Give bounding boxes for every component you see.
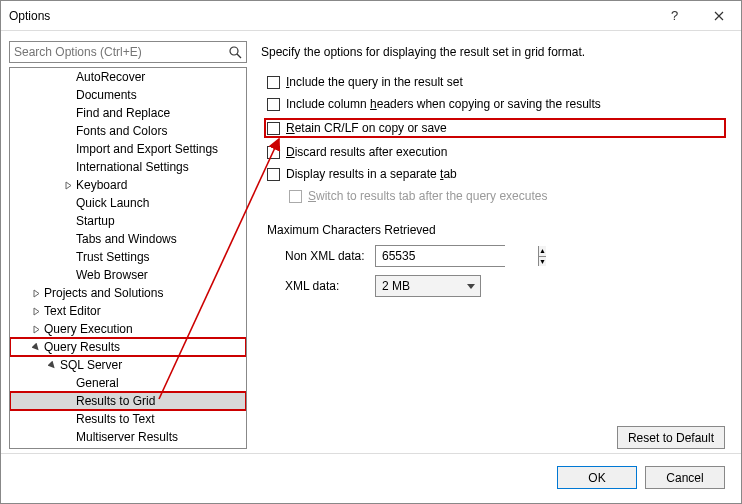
options-tree[interactable]: AutoRecoverDocumentsFind and ReplaceFont… xyxy=(10,68,246,448)
tree-twisty-none xyxy=(62,413,74,425)
tree-item[interactable]: Documents xyxy=(10,86,246,104)
tree-twisty-none xyxy=(62,197,74,209)
spin-up-icon[interactable]: ▲ xyxy=(539,246,546,257)
tree-collapse-icon[interactable] xyxy=(30,341,42,353)
nonxml-label: Non XML data: xyxy=(285,249,375,263)
xml-label: XML data: xyxy=(285,279,375,293)
checkbox[interactable] xyxy=(267,146,280,159)
help-button[interactable]: ? xyxy=(651,1,696,31)
nonxml-spin[interactable]: ▲ ▼ xyxy=(375,245,505,267)
tree-item-label: Tabs and Windows xyxy=(76,232,177,246)
reset-to-default-button[interactable]: Reset to Default xyxy=(617,426,725,449)
checkbox-label: Include the query in the result set xyxy=(286,75,463,89)
tree-twisty-none xyxy=(62,107,74,119)
tree-item-label: Web Browser xyxy=(76,268,148,282)
chevron-down-icon xyxy=(462,284,480,289)
tree-item-label: AutoRecover xyxy=(76,70,145,84)
options-tree-container: AutoRecoverDocumentsFind and ReplaceFont… xyxy=(9,67,247,449)
tree-item-label: Find and Replace xyxy=(76,106,170,120)
tree-item[interactable]: Text Editor xyxy=(10,302,246,320)
panel-description: Specify the options for displaying the r… xyxy=(261,45,725,59)
checkbox-label: Include column headers when copying or s… xyxy=(286,97,601,111)
tree-item-label: Results to Grid xyxy=(76,394,155,408)
nonxml-input[interactable] xyxy=(376,246,538,266)
tree-item[interactable]: AutoRecover xyxy=(10,68,246,86)
check-separate-tab[interactable]: Display results in a separate tab xyxy=(267,167,725,181)
tree-item[interactable]: International Settings xyxy=(10,158,246,176)
max-chars-group-label: Maximum Characters Retrieved xyxy=(267,223,725,237)
xml-row: XML data: 2 MB xyxy=(285,275,725,297)
tree-item-label: Query Execution xyxy=(44,322,133,336)
tree-item[interactable]: Query Execution xyxy=(10,320,246,338)
tree-item[interactable]: Keyboard xyxy=(10,176,246,194)
xml-combo-value: 2 MB xyxy=(376,279,462,293)
tree-twisty-none xyxy=(62,269,74,281)
check-switch-tab: Switch to results tab after the query ex… xyxy=(289,189,725,203)
tree-item-label: Quick Launch xyxy=(76,196,149,210)
checkbox[interactable] xyxy=(267,168,280,181)
tree-item-label: Multiserver Results xyxy=(76,430,178,444)
checkbox xyxy=(289,190,302,203)
tree-item[interactable]: Quick Launch xyxy=(10,194,246,212)
tree-item[interactable]: Results to Grid xyxy=(10,392,246,410)
checkbox-label: Switch to results tab after the query ex… xyxy=(308,189,547,203)
tree-item[interactable]: General xyxy=(10,374,246,392)
checkbox-label: Display results in a separate tab xyxy=(286,167,457,181)
check-retain-crlf[interactable]: Retain CR/LF on copy or save xyxy=(265,119,725,137)
ok-button[interactable]: OK xyxy=(557,466,637,489)
tree-twisty-none xyxy=(62,251,74,263)
svg-point-1 xyxy=(230,47,238,55)
tree-item[interactable]: Startup xyxy=(10,212,246,230)
title-bar: Options ? xyxy=(1,1,741,31)
cancel-button[interactable]: Cancel xyxy=(645,466,725,489)
tree-twisty-none xyxy=(62,125,74,137)
tree-item[interactable]: Web Browser xyxy=(10,266,246,284)
tree-item[interactable]: Query Results xyxy=(10,338,246,356)
tree-item[interactable]: Results to Text xyxy=(10,410,246,428)
tree-item-label: Results to Text xyxy=(76,412,154,426)
tree-item[interactable]: Multiserver Results xyxy=(10,428,246,446)
tree-item[interactable]: Find and Replace xyxy=(10,104,246,122)
tree-twisty-none xyxy=(62,395,74,407)
dialog-button-row: OK Cancel xyxy=(1,453,741,503)
tree-twisty-none xyxy=(62,377,74,389)
window-title: Options xyxy=(9,9,651,23)
spin-down-icon[interactable]: ▼ xyxy=(539,257,546,267)
checkbox[interactable] xyxy=(267,122,280,135)
tree-item[interactable]: Tabs and Windows xyxy=(10,230,246,248)
tree-item-label: Query Results xyxy=(44,340,120,354)
tree-item[interactable]: SQL Server xyxy=(10,356,246,374)
tree-item[interactable]: Fonts and Colors xyxy=(10,122,246,140)
checkbox[interactable] xyxy=(267,76,280,89)
check-include-headers[interactable]: Include column headers when copying or s… xyxy=(267,97,725,111)
tree-expand-icon[interactable] xyxy=(62,179,74,191)
tree-item[interactable]: Import and Export Settings xyxy=(10,140,246,158)
tree-item-label: SQL Server xyxy=(60,358,122,372)
tree-expand-icon[interactable] xyxy=(30,305,42,317)
tree-twisty-none xyxy=(62,233,74,245)
tree-expand-icon[interactable] xyxy=(30,323,42,335)
search-icon[interactable] xyxy=(224,46,246,59)
tree-expand-icon[interactable] xyxy=(30,287,42,299)
search-box[interactable] xyxy=(9,41,247,63)
tree-item-label: Trust Settings xyxy=(76,250,150,264)
tree-item-label: Import and Export Settings xyxy=(76,142,218,156)
close-button[interactable] xyxy=(696,1,741,31)
tree-item[interactable]: Projects and Solutions xyxy=(10,284,246,302)
xml-combo[interactable]: 2 MB xyxy=(375,275,481,297)
tree-twisty-none xyxy=(62,71,74,83)
tree-item-label: Keyboard xyxy=(76,178,127,192)
checkbox[interactable] xyxy=(267,98,280,111)
search-input[interactable] xyxy=(10,42,224,62)
nonxml-row: Non XML data: ▲ ▼ xyxy=(285,245,725,267)
tree-twisty-none xyxy=(62,89,74,101)
check-include-query[interactable]: Include the query in the result set xyxy=(267,75,725,89)
right-panel: Specify the options for displaying the r… xyxy=(251,31,741,453)
tree-item-label: Fonts and Colors xyxy=(76,124,167,138)
svg-text:?: ? xyxy=(671,9,678,23)
tree-item-label: Projects and Solutions xyxy=(44,286,163,300)
tree-collapse-icon[interactable] xyxy=(46,359,58,371)
tree-item-label: Text Editor xyxy=(44,304,101,318)
tree-item[interactable]: Trust Settings xyxy=(10,248,246,266)
check-discard[interactable]: Discard results after execution xyxy=(267,145,725,159)
